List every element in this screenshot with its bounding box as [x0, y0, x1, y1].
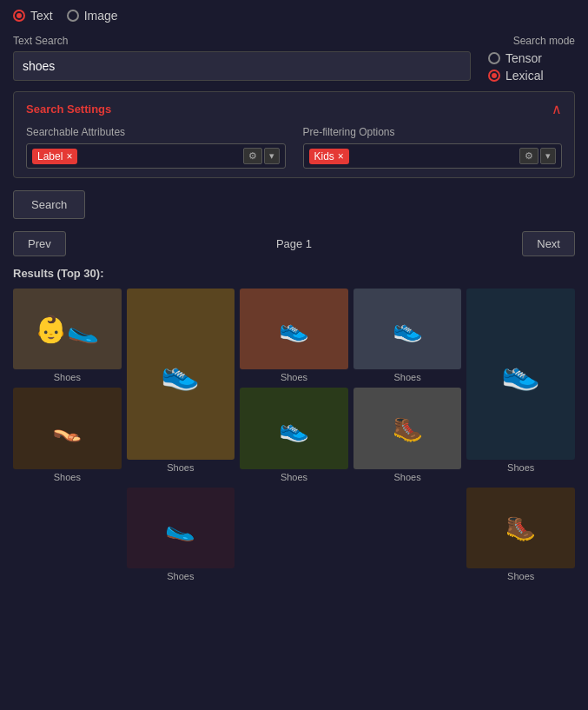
kids-tag-text: Kids [314, 150, 334, 163]
prefilter-dropdown-btn[interactable]: ▾ [540, 148, 556, 164]
results-label: Results (Top 30): [13, 267, 575, 280]
search-type-radio-group: Text Image [13, 9, 575, 23]
image-radio-circle[interactable] [67, 10, 79, 22]
label-tag: Label × [32, 149, 77, 164]
result-caption-5: Shoes [54, 472, 81, 482]
lexical-radio-circle[interactable] [488, 70, 500, 82]
searchable-attributes-col: Searchable Attributes Label × ⚙ ▾ [26, 126, 286, 169]
kids-tag-close[interactable]: × [338, 150, 344, 163]
search-settings-panel: Search Settings ∧ Searchable Attributes … [13, 91, 575, 178]
tensor-mode-option[interactable]: Tensor [488, 51, 542, 65]
searchable-tag-controls: ⚙ ▾ [243, 148, 280, 164]
result-caption-7: Shoes [393, 472, 420, 482]
result-item-7[interactable]: 🥾 Shoes [353, 388, 462, 481]
result-caption-0: Shoes [54, 372, 81, 382]
results-image-grid: 👶🥿 Shoes 👟 Shoes 👟 Shoes 👟 Shoes 👟 Shoes… [13, 289, 575, 581]
prefiltering-options-label: Pre-filtering Options [303, 126, 563, 138]
settings-title: Search Settings [26, 103, 111, 116]
page-label: Page 1 [276, 237, 312, 250]
searchable-settings-btn[interactable]: ⚙ [243, 148, 262, 164]
image-radio-label: Image [84, 9, 118, 23]
result-caption-6: Shoes [281, 472, 307, 482]
search-mode-area: Search mode Tensor Lexical [488, 35, 575, 83]
search-input-label: Text Search [13, 35, 471, 47]
result-item-0[interactable]: 👶🥿 Shoes [13, 289, 122, 382]
result-item-6[interactable]: 👟 Shoes [240, 388, 348, 481]
result-caption-2: Shoes [281, 372, 307, 382]
text-radio-option[interactable]: Text [13, 9, 53, 23]
result-item-8[interactable]: 🥿 Shoes [127, 488, 235, 581]
prefilter-settings-btn[interactable]: ⚙ [519, 148, 538, 164]
result-caption-3: Shoes [393, 372, 420, 382]
settings-body: Searchable Attributes Label × ⚙ ▾ Pre-fi… [26, 126, 562, 169]
tensor-radio-circle[interactable] [488, 52, 500, 64]
prefilter-tag-controls: ⚙ ▾ [519, 148, 556, 164]
settings-header: Search Settings ∧ [26, 101, 562, 117]
result-item-1[interactable]: 👟 Shoes [127, 289, 235, 482]
lexical-mode-label: Lexical [505, 69, 544, 83]
searchable-dropdown-btn[interactable]: ▾ [264, 148, 280, 164]
result-item-5[interactable]: 👡 Shoes [13, 388, 122, 481]
kids-tag: Kids × [309, 149, 349, 164]
pagination-row: Prev Page 1 Next [13, 231, 575, 256]
text-radio-label: Text [30, 9, 53, 23]
next-button[interactable]: Next [522, 231, 575, 256]
prefiltering-options-input[interactable]: Kids × ⚙ ▾ [303, 143, 563, 169]
search-button[interactable]: Search [13, 190, 85, 219]
result-caption-9: Shoes [507, 571, 534, 581]
result-item-2[interactable]: 👟 Shoes [240, 289, 348, 382]
searchable-attributes-label: Searchable Attributes [26, 126, 286, 138]
text-radio-circle[interactable] [13, 10, 25, 22]
searchable-attributes-input[interactable]: Label × ⚙ ▾ [26, 143, 286, 169]
result-item-3[interactable]: 👟 Shoes [353, 289, 462, 382]
result-item-4[interactable]: 👟 Shoes [466, 289, 575, 482]
tensor-mode-label: Tensor [505, 51, 542, 65]
search-input[interactable] [13, 51, 471, 81]
lexical-mode-option[interactable]: Lexical [488, 69, 544, 83]
prev-button[interactable]: Prev [13, 231, 66, 256]
result-item-9[interactable]: 🥾 Shoes [466, 488, 575, 581]
image-radio-option[interactable]: Image [67, 9, 118, 23]
collapse-settings-button[interactable]: ∧ [552, 101, 562, 117]
search-mode-options: Tensor Lexical [488, 51, 575, 83]
search-mode-label: Search mode [488, 35, 575, 47]
label-tag-text: Label [37, 150, 63, 163]
label-tag-close[interactable]: × [66, 150, 72, 163]
search-input-area: Text Search [13, 35, 471, 81]
result-caption-1: Shoes [167, 462, 194, 473]
result-caption-4: Shoes [507, 462, 534, 473]
search-section: Text Search Search mode Tensor Lexical [13, 35, 575, 83]
prefiltering-options-col: Pre-filtering Options Kids × ⚙ ▾ [303, 126, 563, 169]
result-caption-8: Shoes [167, 571, 194, 581]
